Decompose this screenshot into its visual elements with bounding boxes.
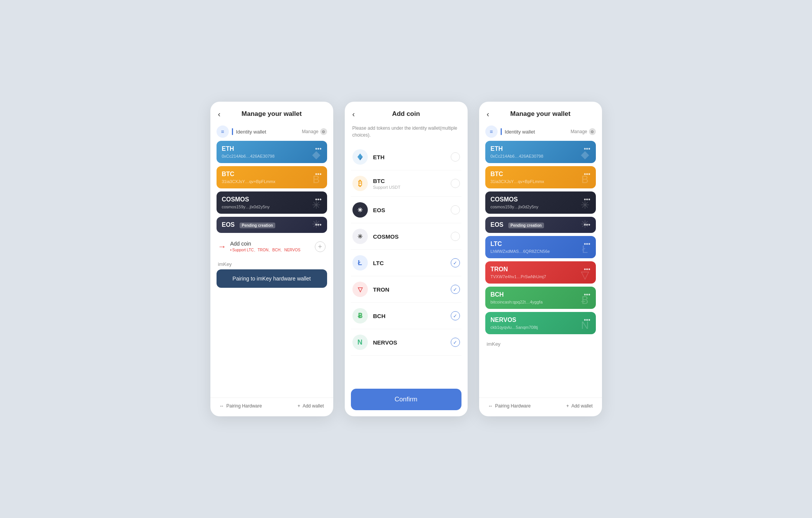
screen3-eth-card[interactable]: ETH ••• 0xCc214Ab6…426AE30798 ◆ bbox=[485, 141, 596, 163]
screen1-imkey-btn[interactable]: Pairing to imKey hardware wallet bbox=[217, 269, 327, 288]
screen3-nervos-addr: ckb1qyqvlu…5anqm708tj bbox=[491, 325, 590, 330]
screen3-footer: ↔ Pairing Hardware + Add wallet bbox=[479, 398, 602, 416]
screen1-eth-card[interactable]: ETH ••• 0xCc214Ab6…426AE30798 ◆ bbox=[217, 141, 327, 163]
screen1-add-coin-row[interactable]: → Add coin •Support LTC、TRON、BCH、NERVOS … bbox=[217, 236, 327, 257]
screen3-add-wallet-label: Add wallet bbox=[571, 403, 592, 409]
screen1-footer: ↔ Pairing Hardware + Add wallet bbox=[210, 398, 333, 416]
screen1-btc-bg-icon: B bbox=[309, 173, 323, 186]
screen3-divider bbox=[501, 128, 502, 135]
screen2-title: Add coin bbox=[392, 110, 420, 118]
screen3-ltc-addr: LhMWZxdMAS…6QR8ZCN56e bbox=[491, 249, 590, 254]
screen2-eos-item[interactable]: ✳ EOS bbox=[351, 197, 461, 223]
screen2-cosmos-check[interactable] bbox=[451, 232, 460, 241]
screen3-add-wallet-btn[interactable]: + Add wallet bbox=[566, 403, 592, 409]
screen1-eth-name: ETH bbox=[222, 145, 234, 152]
screen2-eth-icon bbox=[352, 149, 368, 165]
screen1-add-wallet-label: Add wallet bbox=[303, 403, 324, 409]
screen2-nervos-check[interactable]: ✓ bbox=[451, 338, 460, 347]
screen2-confirm-btn[interactable]: Confirm bbox=[351, 389, 461, 410]
screen3-bch-bg-icon: Ƀ bbox=[578, 293, 592, 307]
screen1-pairing-label: Pairing Hardware bbox=[227, 403, 262, 409]
screen1-manage-btn[interactable]: Manage ⚙ bbox=[302, 128, 327, 135]
screen2-ltc-item[interactable]: Ł LTC ✓ bbox=[351, 250, 461, 276]
screen3-btc-name: BTC bbox=[491, 171, 503, 178]
screen3-back-button[interactable]: ‹ bbox=[487, 110, 490, 119]
screen1-pairing-icon: ↔ bbox=[220, 403, 224, 409]
screen1-wallet-icon[interactable]: ≡ bbox=[217, 125, 229, 138]
screen2-eth-item[interactable]: ETH bbox=[351, 144, 461, 170]
screen1-header: ‹ Manage your wallet bbox=[210, 102, 333, 122]
screen1-title: Manage your wallet bbox=[241, 110, 302, 118]
screen3-ltc-bg-icon: Ł bbox=[578, 243, 592, 256]
screen3-manage-btn[interactable]: Manage ⚙ bbox=[571, 128, 595, 135]
screen1-cosmos-card[interactable]: COSMOS ••• cosmos159y…jlx0d2y5ny ✳ bbox=[217, 191, 327, 214]
screen2-header: ‹ Add coin bbox=[345, 102, 468, 122]
screen1-cosmos-name: COSMOS bbox=[222, 196, 249, 203]
screen3-identity-label: Identity wallet bbox=[505, 129, 535, 135]
screen2-eos-icon: ✳ bbox=[352, 202, 368, 218]
screen1-add-coin-arrow-icon: → bbox=[218, 242, 227, 252]
screen1-imkey-label: imKey bbox=[217, 257, 327, 269]
screen2-btc-item[interactable]: ₿ BTC Support USDT bbox=[351, 170, 461, 197]
screen3-eos-badge: Pending creation bbox=[508, 223, 544, 228]
screen1-pairing-btn[interactable]: ↔ Pairing Hardware bbox=[220, 403, 262, 409]
screen3-btc-card[interactable]: BTC ••• 31ia3CXJsY…qv×BpFLmmx B bbox=[485, 166, 596, 188]
screen2-bch-icon: Ƀ bbox=[352, 308, 368, 323]
screen2-eth-check[interactable] bbox=[451, 152, 460, 162]
screen2-eos-name: EOS bbox=[373, 207, 385, 213]
screen3-bch-addr: bitcoincash:qpq22t…4yggfa bbox=[491, 300, 590, 304]
screen1-add-coin-plus-btn[interactable]: + bbox=[315, 241, 326, 252]
screen2-back-button[interactable]: ‹ bbox=[352, 110, 355, 119]
screen1-add-wallet-btn[interactable]: + Add wallet bbox=[298, 403, 324, 409]
screen2-cosmos-item[interactable]: ✳ COSMOS bbox=[351, 223, 461, 250]
screen-3-manage-wallet-after: ‹ Manage your wallet ≡ Identity wallet M… bbox=[479, 102, 602, 416]
screen3-ltc-card[interactable]: LTC ••• LhMWZxdMAS…6QR8ZCN56e Ł bbox=[485, 236, 596, 258]
screen-2-add-coin: ‹ Add coin Please add tokens under the i… bbox=[345, 102, 468, 416]
screens-container: ‹ Manage your wallet ≡ Identity wallet M… bbox=[210, 102, 602, 416]
screen1-eth-bg-icon: ◆ bbox=[309, 147, 323, 161]
screen3-pairing-icon: ↔ bbox=[488, 403, 493, 409]
screen3-wallet-icon[interactable]: ≡ bbox=[485, 125, 498, 138]
screen2-btc-check[interactable] bbox=[451, 179, 460, 188]
screen3-pairing-label: Pairing Hardware bbox=[495, 403, 531, 409]
screen1-cosmos-addr: cosmos159y…jlx0d2y5ny bbox=[222, 205, 322, 209]
screen2-nervos-item[interactable]: N NERVOS ✓ bbox=[351, 329, 461, 356]
screen1-add-coin-label: Add coin bbox=[230, 241, 301, 247]
screen2-tron-icon: ▽ bbox=[352, 282, 368, 297]
screen1-eos-card[interactable]: EOS Pending creation ••• ✳ bbox=[217, 217, 327, 233]
screen2-eos-check[interactable] bbox=[451, 205, 460, 214]
screen1-eth-addr: 0xCc214Ab6…426AE30798 bbox=[222, 154, 322, 158]
screen2-btc-name: BTC bbox=[373, 178, 401, 184]
screen3-identity-left: ≡ Identity wallet bbox=[485, 125, 535, 138]
screen1-identity-row: ≡ Identity wallet Manage ⚙ bbox=[217, 122, 327, 141]
screen3-eth-addr: 0xCc214Ab6…426AE30798 bbox=[491, 154, 590, 158]
screen1-back-button[interactable]: ‹ bbox=[218, 110, 221, 119]
screen2-cosmos-icon: ✳ bbox=[352, 229, 368, 244]
screen1-btc-card[interactable]: BTC ••• 31ia3CXJsY…qv×BpFLmmx B bbox=[217, 166, 327, 188]
screen2-bch-check[interactable]: ✓ bbox=[451, 311, 460, 320]
screen3-bch-card[interactable]: BCH ••• bitcoincash:qpq22t…4yggfa Ƀ bbox=[485, 287, 596, 309]
screen3-bch-name: BCH bbox=[491, 291, 504, 298]
screen3-cosmos-name: COSMOS bbox=[491, 196, 518, 203]
screen2-btc-icon: ₿ bbox=[352, 176, 368, 191]
screen-1-manage-wallet: ‹ Manage your wallet ≡ Identity wallet M… bbox=[210, 102, 333, 416]
screen1-manage-icon: ⚙ bbox=[320, 128, 327, 135]
screen2-ltc-check[interactable]: ✓ bbox=[451, 258, 460, 267]
screen2-tron-item[interactable]: ▽ TRON ✓ bbox=[351, 276, 461, 303]
screen3-nervos-card[interactable]: NERVOS ••• ckb1qyqvlu…5anqm708tj N bbox=[485, 312, 596, 334]
screen2-ltc-icon: Ł bbox=[352, 255, 368, 271]
screen1-eos-name: EOS Pending creation bbox=[222, 221, 275, 228]
screen3-pairing-btn[interactable]: ↔ Pairing Hardware bbox=[488, 403, 531, 409]
screen3-eos-card[interactable]: EOS Pending creation ••• ✳ bbox=[485, 217, 596, 233]
screen2-tron-name: TRON bbox=[373, 286, 390, 293]
screen1-divider bbox=[232, 128, 233, 135]
screen1-content: ≡ Identity wallet Manage ⚙ ETH ••• 0xCc2… bbox=[210, 122, 333, 398]
screen2-tron-check[interactable]: ✓ bbox=[451, 285, 460, 294]
screen1-cosmos-bg-icon: ✳ bbox=[309, 198, 323, 212]
screen1-eos-bg-icon: ✳ bbox=[309, 217, 323, 231]
screen3-cosmos-card[interactable]: COSMOS ••• cosmos159y…jlx0d2y5ny ✳ bbox=[485, 191, 596, 214]
screen3-tron-card[interactable]: TRON ••• TVXW7e4hv1…PrSwNhUmj7 ▽ bbox=[485, 261, 596, 284]
screen2-bch-item[interactable]: Ƀ BCH ✓ bbox=[351, 303, 461, 329]
screen1-add-coin-sub: •Support LTC、TRON、BCH、NERVOS bbox=[230, 247, 301, 253]
screen1-identity-label: Identity wallet bbox=[236, 129, 266, 135]
